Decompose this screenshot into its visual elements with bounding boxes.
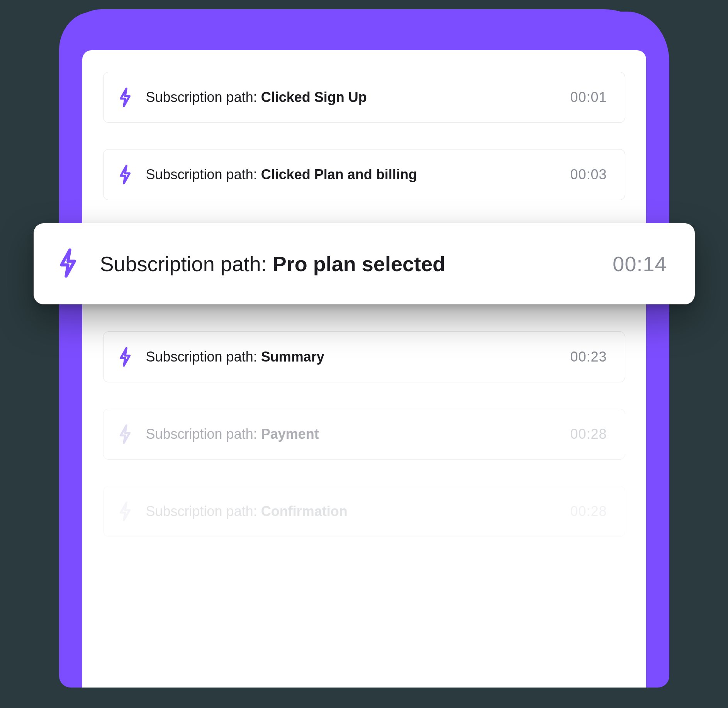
- event-row[interactable]: Subscription path: Confirmation 00:28: [103, 486, 625, 537]
- event-timestamp: 00:28: [570, 503, 607, 520]
- event-timestamp: 00:01: [570, 89, 607, 105]
- decorative-purple-backdrop: Subscription path: Clicked Sign Up 00:01…: [59, 12, 669, 688]
- lightning-bolt-icon: [117, 424, 133, 444]
- event-label: Subscription path: Clicked Sign Up: [146, 89, 557, 105]
- event-timestamp: 00:23: [570, 349, 607, 365]
- event-row-highlighted[interactable]: Subscription path: Pro plan selected 00:…: [34, 223, 695, 304]
- event-timestamp: 00:03: [570, 166, 607, 183]
- lightning-bolt-icon: [57, 248, 79, 280]
- lightning-bolt-icon: [117, 87, 133, 107]
- event-row[interactable]: Subscription path: Summary 00:23: [103, 331, 625, 382]
- event-timestamp: 00:14: [613, 252, 667, 276]
- event-row[interactable]: Subscription path: Clicked Sign Up 00:01: [103, 72, 625, 123]
- event-label: Subscription path: Pro plan selected: [100, 252, 592, 276]
- event-list: Subscription path: Clicked Sign Up 00:01…: [103, 72, 625, 537]
- event-label: Subscription path: Clicked Plan and bill…: [146, 166, 557, 183]
- event-row-highlighted-slot: Subscription path: Pro plan selected 00:…: [103, 226, 625, 305]
- event-row[interactable]: Subscription path: Clicked Plan and bill…: [103, 149, 625, 200]
- lightning-bolt-icon: [117, 501, 133, 521]
- events-card: Subscription path: Clicked Sign Up 00:01…: [82, 50, 646, 688]
- lightning-bolt-icon: [117, 165, 133, 185]
- event-row[interactable]: Subscription path: Payment 00:28: [103, 409, 625, 460]
- event-label: Subscription path: Payment: [146, 426, 557, 442]
- event-timestamp: 00:28: [570, 426, 607, 442]
- lightning-bolt-icon: [117, 347, 133, 367]
- event-label: Subscription path: Summary: [146, 348, 557, 365]
- event-label: Subscription path: Confirmation: [146, 503, 557, 520]
